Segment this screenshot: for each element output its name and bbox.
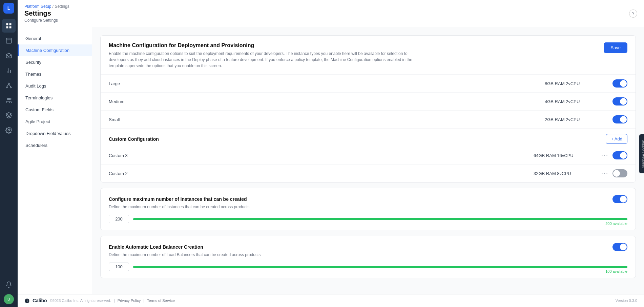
nav-inbox-icon[interactable]	[2, 49, 16, 62]
footer-logo: Calibo	[24, 298, 47, 304]
config-row-custom3: Custom 3 64GB RAM 16vCPU ···	[101, 147, 636, 165]
main-panel: Machine Configuration for Deployment and…	[92, 27, 644, 294]
config-name-custom2: Custom 2	[109, 171, 534, 176]
content-body: General Machine Configuration Security T…	[18, 27, 644, 294]
nav-grid-icon[interactable]	[2, 19, 16, 33]
config-row-custom2: Custom 2 32GB RAM 8vCPU ···	[101, 165, 636, 182]
add-custom-config-button[interactable]: + Add	[606, 134, 627, 144]
svg-point-16	[8, 130, 10, 131]
app-logo[interactable]: L	[3, 3, 14, 14]
max-instances-title: Configure maximum number of Instances th…	[109, 196, 247, 202]
card1-description: Enable the machine configuration options…	[109, 51, 414, 69]
load-balancer-title-row: Enable Automatic Load Balancer Creation	[109, 243, 627, 251]
svg-point-10	[6, 87, 7, 88]
support-request-tab[interactable]: Support Request	[639, 134, 644, 173]
breadcrumb-settings: Settings	[55, 4, 69, 9]
svg-rect-0	[6, 23, 8, 25]
sidebar-item-security[interactable]: Security	[18, 56, 92, 68]
nav-layers-icon[interactable]	[2, 34, 16, 47]
load-balancer-available-text: 100 available	[133, 269, 627, 273]
svg-rect-3	[9, 26, 12, 28]
load-balancer-title: Enable Automatic Load Balancer Creation	[109, 244, 203, 250]
nav-nodes-icon[interactable]	[2, 79, 16, 92]
instances-available-text: 200 available	[133, 222, 627, 226]
config-row-large: Large 8GB RAM 2vCPU	[101, 75, 636, 93]
footer-separator2: |	[143, 299, 144, 303]
svg-rect-1	[9, 23, 12, 25]
page-subtitle: Configure Settings	[24, 18, 69, 23]
svg-line-13	[9, 84, 11, 87]
toggle-large[interactable]	[612, 79, 627, 88]
svg-rect-2	[6, 26, 8, 28]
config-spec-small: 2GB RAM 2vCPU	[545, 117, 612, 122]
config-name-medium: Medium	[109, 99, 545, 104]
sidebar-item-schedulers[interactable]: Schedulers	[18, 139, 92, 151]
footer-separator1: |	[114, 299, 115, 303]
config-spec-custom3: 64GB RAM 16vCPU	[534, 153, 601, 158]
svg-point-14	[7, 98, 9, 100]
toggle-load-balancer[interactable]	[612, 243, 627, 251]
save-button[interactable]: Save	[604, 42, 627, 53]
instances-slider-track[interactable]: 200 available	[133, 218, 627, 220]
instances-input[interactable]	[109, 215, 129, 223]
load-balancer-card: Enable Automatic Load Balancer Creation …	[100, 236, 636, 278]
card1-title: Machine Configuration for Deployment and…	[109, 42, 604, 49]
breadcrumb-platform-setup[interactable]: Platform Setup	[24, 4, 51, 9]
svg-rect-4	[6, 38, 12, 43]
footer-copyright: ©2023 Calibo Inc. All rights reserved.	[50, 299, 111, 303]
sidebar-item-custom-fields[interactable]: Custom Fields	[18, 104, 92, 116]
config-spec-large: 8GB RAM 2vCPU	[545, 81, 612, 86]
avatar[interactable]: U	[4, 294, 14, 304]
nav-settings-icon[interactable]	[2, 123, 16, 137]
sidebar-item-themes[interactable]: Themes	[18, 68, 92, 80]
help-icon[interactable]: ?	[629, 9, 637, 18]
sidebar-item-agile-project[interactable]: Agile Project	[18, 116, 92, 128]
sidebar-item-machine-configuration[interactable]: Machine Configuration	[18, 44, 92, 56]
config-row-small: Small 2GB RAM 2vCPU	[101, 111, 636, 129]
config-name-custom3: Custom 3	[109, 153, 534, 158]
svg-line-12	[7, 84, 9, 87]
svg-point-15	[9, 98, 11, 100]
max-instances-card: Configure maximum number of Instances th…	[100, 188, 636, 230]
footer-version: Version 0.3.0	[616, 299, 637, 303]
sidebar-item-dropdown-field-values[interactable]: Dropdown Field Values	[18, 128, 92, 139]
nav-deploy-icon[interactable]	[2, 109, 16, 122]
main-area: Platform Setup / Settings Settings Confi…	[18, 0, 644, 307]
nav-chart-icon[interactable]	[2, 64, 16, 77]
sidebar-item-audit-logs[interactable]: Audit Logs	[18, 80, 92, 92]
toggle-custom2[interactable]	[612, 169, 627, 177]
toggle-custom3[interactable]	[612, 151, 627, 159]
load-balancer-desc: Define the maximum number of Load Balanc…	[109, 252, 627, 257]
svg-point-11	[10, 87, 11, 88]
sidebar: General Machine Configuration Security T…	[18, 27, 92, 294]
footer: Calibo ©2023 Calibo Inc. All rights rese…	[18, 294, 644, 307]
machine-config-card: Machine Configuration for Deployment and…	[100, 35, 636, 183]
nav-bell-icon[interactable]	[2, 278, 16, 291]
breadcrumb: Platform Setup / Settings	[24, 4, 69, 9]
config-row-medium: Medium 4GB RAM 2vCPU	[101, 93, 636, 111]
sidebar-item-general[interactable]: General	[18, 33, 92, 44]
instances-slider-row: 200 available	[109, 215, 627, 223]
toggle-max-instances[interactable]	[612, 195, 627, 203]
nav-group-icon[interactable]	[2, 94, 16, 107]
load-balancer-slider-track[interactable]: 100 available	[133, 266, 627, 268]
max-instances-desc: Define the maximum number of instances t…	[109, 205, 627, 209]
config-name-small: Small	[109, 117, 545, 122]
svg-point-9	[8, 83, 9, 84]
left-navigation: L U	[0, 0, 18, 307]
footer-privacy-link[interactable]: Privacy Policy	[118, 299, 141, 303]
toggle-small[interactable]	[612, 115, 627, 123]
config-name-large: Large	[109, 81, 545, 86]
custom-config-title: Custom Configuration	[109, 136, 159, 142]
custom2-menu-icon[interactable]: ···	[601, 170, 608, 177]
config-spec-medium: 4GB RAM 2vCPU	[545, 99, 612, 104]
footer-terms-link[interactable]: Terms of Service	[147, 299, 175, 303]
load-balancer-input[interactable]	[109, 263, 129, 271]
load-balancer-slider-row: 100 available	[109, 263, 627, 271]
toggle-medium[interactable]	[612, 97, 627, 105]
max-instances-title-row: Configure maximum number of Instances th…	[109, 195, 627, 203]
sidebar-item-terminologies[interactable]: Terminologies	[18, 92, 92, 104]
page-title: Settings	[24, 9, 69, 17]
custom3-menu-icon[interactable]: ···	[601, 152, 608, 159]
config-spec-custom2: 32GB RAM 8vCPU	[534, 171, 601, 176]
